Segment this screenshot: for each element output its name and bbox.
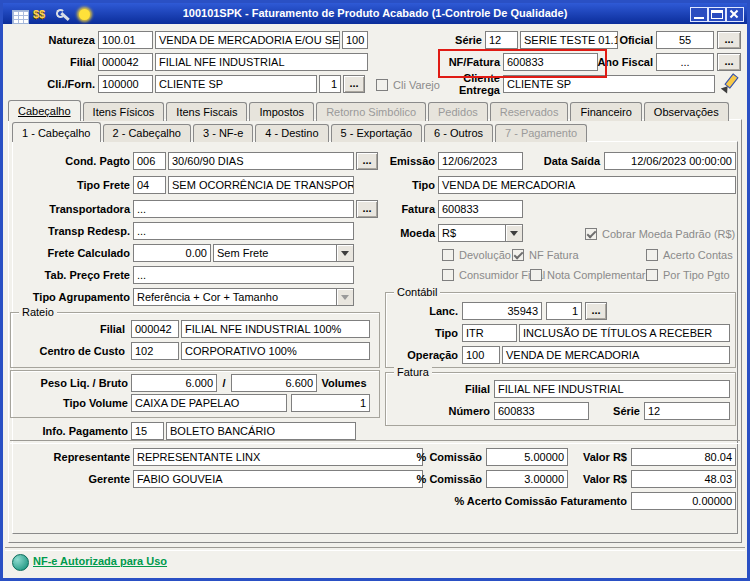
volumes-field[interactable]: 1 xyxy=(291,394,370,412)
cli-forn-lookup-button[interactable]: ... xyxy=(343,75,365,93)
contabil-tipo-code-field[interactable]: ITR xyxy=(462,324,517,342)
tab-impostos[interactable]: Impostos xyxy=(249,102,314,121)
moeda-combo[interactable]: R$ xyxy=(438,224,523,242)
transp-redesp-field[interactable]: ... xyxy=(133,222,354,240)
cli-forn-qty-field[interactable]: 1 xyxy=(319,75,341,93)
oficial-field[interactable]: 55 xyxy=(656,31,714,49)
devolucao-label: Devolução xyxy=(459,249,511,261)
comissao-ger-field[interactable]: 3.00000 xyxy=(486,470,568,488)
valor-ger-field[interactable]: 48.03 xyxy=(631,470,736,488)
subtab-4-destino[interactable]: 4 - Destino xyxy=(255,124,328,142)
por-tipo-pgto-label: Por Tipo Pgto xyxy=(663,269,730,281)
rateio-filial-code-field[interactable]: 000042 xyxy=(131,320,179,338)
filial-label: Filial xyxy=(8,53,95,71)
transportadora-field[interactable]: ... xyxy=(133,200,354,218)
peso-bruto-field[interactable]: 6.600 xyxy=(231,374,317,392)
tab-itens-fisicos[interactable]: Itens Físicos xyxy=(83,102,165,121)
comissao-rep-field[interactable]: 5.00000 xyxy=(486,448,568,466)
valor-ger-label: Valor R$ xyxy=(572,470,627,488)
filial-code-field[interactable]: 000042 xyxy=(98,53,153,71)
tab-itens-fiscais[interactable]: Itens Fiscais xyxy=(166,102,247,121)
lanc-lookup-button[interactable]: ... xyxy=(585,302,607,320)
fatura-serie-field[interactable]: 12 xyxy=(644,402,730,420)
peso-label: Peso Liq. / Bruto xyxy=(8,374,128,392)
wrench-icon[interactable] xyxy=(56,9,70,23)
cli-varejo-checkbox-box[interactable] xyxy=(376,79,388,91)
subtab-7-pagamento: 7 - Pagamento xyxy=(495,124,587,142)
ano-fiscal-field[interactable]: ... xyxy=(656,53,714,71)
representante-field[interactable]: REPRESENTANTE LINX xyxy=(133,448,423,466)
data-saida-label: Data Saída xyxy=(520,152,600,170)
lanc-seq-field[interactable]: 1 xyxy=(546,302,582,320)
subtab-5-exportacao[interactable]: 5 - Exportação xyxy=(331,124,423,142)
nfe-status-text: NF-e Autorizada para Uso xyxy=(33,555,167,567)
serie-label: Série xyxy=(425,31,482,49)
natureza-code-field[interactable]: 100.01 xyxy=(98,31,153,49)
grid-icon[interactable] xyxy=(12,10,29,24)
natureza-desc-field[interactable]: VENDA DE MERCADORIA E/OU SERVI xyxy=(155,31,340,49)
valor-rep-label: Valor R$ xyxy=(572,448,627,466)
filial-desc-field[interactable]: FILIAL NFE INDUSTRIAL xyxy=(155,53,368,71)
moeda-value: R$ xyxy=(442,227,456,239)
acerto-comissao-field[interactable]: 0.00000 xyxy=(631,492,736,510)
valor-rep-field[interactable]: 80.04 xyxy=(631,448,736,466)
por-tipo-pgto-checkbox: Por Tipo Pgto xyxy=(646,268,730,282)
maximize-button[interactable] xyxy=(708,7,726,22)
sun-icon[interactable] xyxy=(79,9,90,20)
tipo-frete-code-field[interactable]: 04 xyxy=(133,176,166,194)
frete-calculado-field[interactable]: 0.00 xyxy=(133,244,211,262)
operacao-desc-field[interactable]: VENDA DE MERCADORIA xyxy=(502,346,730,364)
chevron-down-icon[interactable] xyxy=(336,245,353,261)
contabil-tipo-desc-field[interactable]: INCLUSÃO DE TÍTULOS A RECEBER xyxy=(519,324,730,342)
tipo-volume-field[interactable]: CAIXA DE PAPELAO xyxy=(131,394,287,412)
tipo-frete-desc-field[interactable]: SEM OCORRÊNCIA DE TRANSPORTE xyxy=(168,176,354,194)
tab-observacoes[interactable]: Observações xyxy=(644,102,729,121)
tab-preco-frete-label: Tab. Preço Frete xyxy=(8,266,130,284)
subtab-2-cabecalho[interactable]: 2 - Cabeçalho xyxy=(103,124,192,142)
minimize-button[interactable] xyxy=(690,7,708,22)
info-pagamento-desc-field[interactable]: BOLETO BANCÁRIO xyxy=(166,422,356,440)
centro-custo-code-field[interactable]: 102 xyxy=(131,342,179,360)
fatura-filial-field[interactable]: FILIAL NFE INDUSTRIAL xyxy=(494,380,730,398)
numero-field[interactable]: 600833 xyxy=(494,402,589,420)
cond-pagto-code-field[interactable]: 006 xyxy=(133,152,166,170)
lanc-field[interactable]: 35943 xyxy=(462,302,542,320)
oficial-label: Oficial xyxy=(605,31,653,49)
peso-slash: / xyxy=(219,374,229,392)
cond-pagto-desc-field[interactable]: 30/60/90 DIAS xyxy=(168,152,354,170)
serie-code-field[interactable]: 12 xyxy=(485,31,518,49)
close-button[interactable] xyxy=(726,7,744,22)
tab-preco-frete-field[interactable]: ... xyxy=(133,266,354,284)
subtab-6-outros[interactable]: 6 - Outros xyxy=(424,124,493,142)
transp-redesp-label: Transp Redesp. xyxy=(8,222,130,240)
devolucao-checkbox: Devolução xyxy=(442,248,511,262)
tipo-field[interactable]: VENDA DE MERCADORIA xyxy=(438,176,736,194)
subtab-3-nfe[interactable]: 3 - NF-e xyxy=(193,124,253,142)
centro-custo-desc-field[interactable]: CORPORATIVO 100% xyxy=(181,342,370,360)
tab-financeiro[interactable]: Financeiro xyxy=(570,102,641,121)
ano-fiscal-lookup-button[interactable]: ... xyxy=(717,53,741,71)
data-saida-field[interactable]: 12/06/2023 00:00:00 xyxy=(604,152,736,170)
subtab-1-cabecalho[interactable]: 1 - Cabeçalho xyxy=(12,122,101,142)
info-pagamento-code-field[interactable]: 15 xyxy=(131,422,164,440)
tab-cabecalho[interactable]: Cabeçalho xyxy=(8,100,81,121)
devolucao-checkbox-box xyxy=(442,249,454,261)
edit-icon[interactable] xyxy=(721,73,739,93)
peso-liq-field[interactable]: 6.000 xyxy=(131,374,217,392)
fatura-field[interactable]: 600833 xyxy=(438,200,523,218)
natureza-label: Natureza xyxy=(8,31,95,49)
por-tipo-pgto-checkbox-box xyxy=(646,269,658,281)
cli-varejo-checkbox[interactable]: Cli Varejo xyxy=(376,78,440,92)
frete-tipo-combo[interactable]: Sem Frete xyxy=(213,244,354,262)
cli-forn-desc-field[interactable]: CLIENTE SP xyxy=(155,75,317,93)
emissao-field[interactable]: 12/06/2023 xyxy=(438,152,523,170)
natureza-extra-field[interactable]: 100 xyxy=(342,31,368,49)
rateio-filial-desc-field[interactable]: FILIAL NFE INDUSTRIAL 100% xyxy=(181,320,370,338)
serie-desc-field[interactable]: SERIE TESTE 01.1 xyxy=(520,31,618,49)
gerente-field[interactable]: FABIO GOUVEIA xyxy=(133,470,423,488)
operacao-code-field[interactable]: 100 xyxy=(462,346,500,364)
serie-lookup-button[interactable]: ... xyxy=(717,31,741,49)
chevron-down-icon[interactable] xyxy=(505,225,522,241)
cli-forn-code-field[interactable]: 100000 xyxy=(98,75,153,93)
money-icon[interactable] xyxy=(33,8,49,22)
